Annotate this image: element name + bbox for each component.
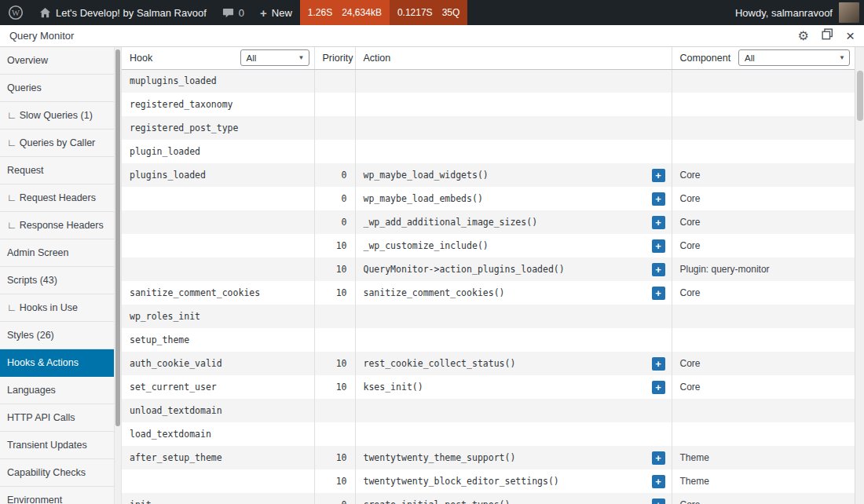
action-cell: create_initial_post_types() + <box>355 493 672 504</box>
sidebar-item-label: Request <box>7 165 44 176</box>
expand-action-button[interactable]: + <box>652 169 665 182</box>
table-scrollbar-thumb[interactable] <box>857 71 863 121</box>
component-cell: Theme <box>672 469 855 493</box>
action-label: kses_init() <box>364 382 423 393</box>
sidebar-item-request[interactable]: Request <box>0 157 114 184</box>
action-cell: QueryMonitor->action_plugins_loaded() + <box>355 257 672 281</box>
hooks-table: Hook All ▼ Priority Action Component <box>122 47 855 504</box>
sidebar-item-slow-queries-1[interactable]: ∟ Slow Queries (1) <box>0 102 114 130</box>
component-cell: Core <box>672 375 855 399</box>
svg-text:W: W <box>12 9 20 17</box>
priority-column-header: Priority <box>314 47 355 69</box>
sidebar-item-transient-updates[interactable]: Transient Updates <box>0 432 114 459</box>
sidebar-item-languages[interactable]: Languages <box>0 377 114 404</box>
action-label: QueryMonitor->action_plugins_loaded() <box>364 264 565 275</box>
table-row: 10 QueryMonitor->action_plugins_loaded()… <box>122 257 855 281</box>
action-label: wp_maybe_load_widgets() <box>364 170 489 181</box>
expand-action-button[interactable]: + <box>652 239 665 253</box>
hook-cell: plugin_loaded <box>122 140 314 163</box>
hooks-table-body: muplugins_loaded + registered_taxonomy +… <box>122 69 855 504</box>
table-row: muplugins_loaded + <box>122 69 855 93</box>
sidebar-item-scripts-43[interactable]: Scripts (43) <box>0 267 114 294</box>
sidebar-item-queries-by-caller[interactable]: ∟ Queries by Caller <box>0 130 114 157</box>
expand-action-button[interactable]: + <box>652 263 665 276</box>
action-cell: + <box>355 69 672 93</box>
action-column-header: Action <box>355 47 672 69</box>
sidebar-item-label: Admin Screen <box>7 247 69 258</box>
action-cell: twentytwenty_theme_support() + <box>355 446 672 469</box>
sidebar-item-hooks-actions[interactable]: Hooks & Actions <box>0 349 114 377</box>
qm-query-count: 35Q <box>442 7 460 18</box>
table-row: plugin_loaded + <box>122 140 855 163</box>
expand-action-button[interactable]: + <box>652 216 665 229</box>
priority-cell: 10 <box>314 281 355 305</box>
action-cell: sanitize_comment_cookies() + <box>355 281 672 305</box>
action-cell: + <box>355 328 672 352</box>
component-cell: Core <box>672 352 855 375</box>
sidebar-item-overview[interactable]: Overview <box>0 47 114 75</box>
qm-db-time: 0.1217S <box>397 7 433 18</box>
sidebar-item-label: Scripts (43) <box>7 275 57 286</box>
sidebar-item-styles-26[interactable]: Styles (26) <box>0 322 114 349</box>
expand-action-button[interactable]: + <box>652 287 665 300</box>
sidebar-item-response-headers[interactable]: ∟ Response Headers <box>0 212 114 239</box>
sidebar-item-label: Environment <box>7 495 62 504</box>
sidebar-scrollbar[interactable] <box>114 47 122 504</box>
expand-action-button[interactable]: + <box>652 381 665 394</box>
hook-cell: muplugins_loaded <box>122 69 314 93</box>
table-row: 0 wp_maybe_load_embeds() + Core <box>122 187 855 210</box>
component-cell: Plugin: query-monitor <box>672 257 855 281</box>
table-row: load_textdomain + <box>122 422 855 446</box>
sidebar-item-environment[interactable]: Environment <box>0 487 114 504</box>
admin-bar: W Let's Develop! by Salman Ravoof 0 + Ne… <box>0 0 864 25</box>
action-cell: + <box>355 93 672 116</box>
component-cell <box>672 69 855 93</box>
qm-panel-body: Overview Queries ∟ Slow Queries (1) ∟ Qu… <box>0 47 864 504</box>
hook-cell: plugins_loaded <box>122 163 314 187</box>
component-cell <box>672 305 855 328</box>
qm-page-time: 1.26S <box>308 7 332 18</box>
sidebar-item-admin-screen[interactable]: Admin Screen <box>0 239 114 267</box>
hook-filter-select[interactable]: All ▼ <box>240 49 309 66</box>
priority-cell: 10 <box>314 352 355 375</box>
component-cell: Core <box>672 163 855 187</box>
action-label: _wp_customize_include() <box>364 240 489 251</box>
close-button[interactable]: × <box>846 28 855 43</box>
action-cell: wp_maybe_load_widgets() + <box>355 163 672 187</box>
comments-link[interactable]: 0 <box>214 0 252 25</box>
action-cell: _wp_customize_include() + <box>355 234 672 257</box>
sidebar-item-queries[interactable]: Queries <box>0 75 114 102</box>
sidebar-item-hooks-in-use[interactable]: ∟ Hooks in Use <box>0 294 114 322</box>
hook-cell: set_current_user <box>122 375 314 399</box>
new-content-link[interactable]: + New <box>252 0 300 25</box>
sidebar-item-label: Hooks & Actions <box>7 357 79 368</box>
expand-action-button[interactable]: + <box>652 475 665 488</box>
sidebar-item-http-api-calls[interactable]: HTTP API Calls <box>0 404 114 432</box>
priority-cell: 0 <box>314 187 355 210</box>
action-cell: + <box>355 305 672 328</box>
settings-button[interactable]: ⚙ <box>798 30 809 42</box>
sidebar-item-request-headers[interactable]: ∟ Request Headers <box>0 184 114 212</box>
query-monitor-toolbar-button[interactable]: 1.26S 24,634kB 0.1217S 35Q <box>300 0 467 25</box>
hook-cell: registered_post_type <box>122 116 314 140</box>
table-row: init 0 create_initial_post_types() + Cor… <box>122 493 855 504</box>
component-filter-select[interactable]: All ▼ <box>738 49 850 66</box>
account-menu[interactable]: Howdy, salmanravoof <box>735 0 864 25</box>
expand-action-button[interactable]: + <box>652 499 665 504</box>
wordpress-menu[interactable]: W <box>0 0 31 25</box>
action-cell: + <box>355 116 672 140</box>
sidebar-scrollbar-thumb[interactable] <box>115 49 120 426</box>
expand-action-button[interactable]: + <box>652 451 665 465</box>
site-name-link[interactable]: Let's Develop! by Salman Ravoof <box>31 0 214 25</box>
comments-count: 0 <box>239 7 244 19</box>
hook-cell: init <box>122 493 314 504</box>
expand-action-button[interactable]: + <box>652 357 665 371</box>
sidebar-item-capability-checks[interactable]: Capability Checks <box>0 459 114 487</box>
table-scrollbar[interactable] <box>855 47 864 504</box>
popout-icon <box>822 28 833 43</box>
expand-action-button[interactable]: + <box>652 192 665 206</box>
qm-stats-db: 0.1217S 35Q <box>390 0 467 25</box>
popout-button[interactable] <box>822 28 833 43</box>
table-row: unload_textdomain + <box>122 399 855 422</box>
hook-cell <box>122 234 314 257</box>
